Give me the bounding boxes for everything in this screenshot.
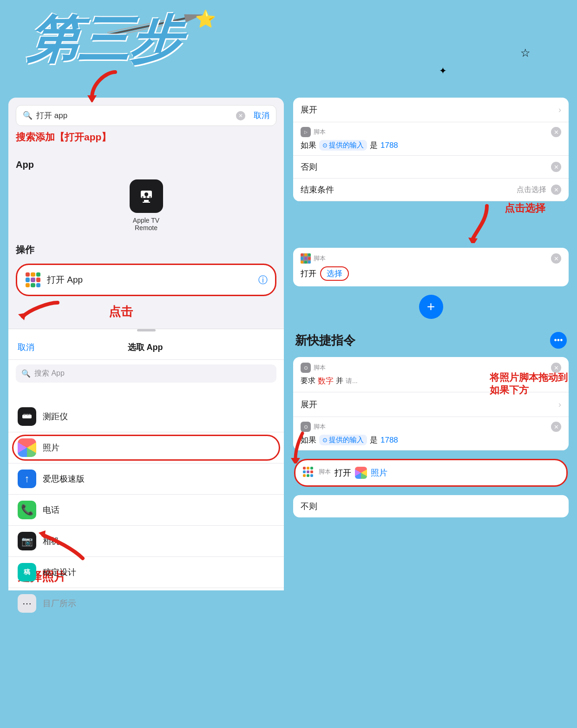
camera-icon: 📷 xyxy=(18,532,36,550)
else-label: 否则 xyxy=(301,161,317,172)
search-app-bar[interactable]: 🔍 搜索 App xyxy=(16,364,276,383)
svg-text:▷: ▷ xyxy=(304,130,308,134)
open-app-icon xyxy=(25,271,41,288)
num-badge: 数字 xyxy=(318,376,334,386)
and-text: 并 xyxy=(336,376,343,386)
photos-icon-small xyxy=(355,467,367,479)
banner-title: 第三步 xyxy=(26,14,184,65)
list-item-photos[interactable]: 照片 xyxy=(8,432,284,463)
script-label-if: 脚本 xyxy=(314,128,326,136)
provide-badge-2: ⊙ 提供的输入 xyxy=(319,435,367,445)
expand-label-2: 展开 xyxy=(301,399,317,410)
close-if-button[interactable]: ✕ xyxy=(551,127,561,137)
script-icon-if: ▷ xyxy=(301,127,311,137)
photos-script-icon xyxy=(303,467,313,477)
select-word[interactable]: 选择 xyxy=(320,266,349,281)
svg-point-9 xyxy=(142,196,144,198)
require-text: 要求 xyxy=(301,376,315,386)
click-select-annotation: 点击选择 xyxy=(517,185,546,195)
if-condition-line-2: 如果 ⊙ 提供的输入 是 1788 xyxy=(301,435,561,445)
select-app-panel: 取消 选取 App 🔍 搜索 App xyxy=(8,329,284,590)
list-item-more-label: 目厂所示 xyxy=(43,598,76,609)
list-item-more[interactable]: ⋯ 目厂所示 xyxy=(8,588,284,619)
section-app-label: App xyxy=(8,153,284,174)
expand-row[interactable]: 展开 › xyxy=(293,98,569,122)
svg-rect-16 xyxy=(27,414,28,416)
close-else-button[interactable]: ✕ xyxy=(551,162,561,172)
aisixie-icon: ↑ xyxy=(18,470,36,488)
annotation-click: 点击 xyxy=(109,304,133,320)
close-if2-button[interactable]: ✕ xyxy=(551,422,561,432)
list-item-measure-label: 测距仪 xyxy=(43,411,68,422)
photos-script-label: 脚本 xyxy=(319,468,331,476)
apple-tv-label: Apple TVRemote xyxy=(133,217,159,232)
new-shortcut-card: ⊙ 脚本 ✕ 要求 数字 并 请... 将照片脚本拖动到如果下方 展开 › xyxy=(293,357,569,450)
list-item-aisixie-label: 爱思极速版 xyxy=(43,473,85,484)
search-input[interactable]: 打开 app xyxy=(36,110,232,121)
end-row: 结束条件 点击选择 ✕ xyxy=(293,179,569,201)
list-item-phone-label: 电话 xyxy=(43,504,59,516)
val-1788-2: 1788 xyxy=(380,436,398,445)
select-cancel-button[interactable]: 取消 xyxy=(18,342,34,353)
list-item-shudingshejie[interactable]: 稿 稿定设计 xyxy=(8,557,284,588)
plus-button[interactable]: + xyxy=(419,295,443,319)
svg-rect-17 xyxy=(29,414,30,415)
input-placeholder: 请... xyxy=(346,377,358,385)
red-arrow-click xyxy=(16,298,62,321)
shudingshejie-icon: 稿 xyxy=(18,563,36,582)
list-item-aisixie[interactable]: ↑ 爱思极速版 xyxy=(8,463,284,495)
expand-chevron-2: › xyxy=(558,400,561,410)
open-select-card: 脚本 ✕ 打开 选择 xyxy=(293,248,569,286)
list-item-measure[interactable]: 测距仪 xyxy=(8,401,284,432)
close-end-button[interactable]: ✕ xyxy=(551,185,561,195)
close-open-button[interactable]: ✕ xyxy=(551,253,561,264)
star-deco-1: ⭐ xyxy=(195,9,216,29)
list-item-phone[interactable]: 📞 电话 xyxy=(8,495,284,526)
val-1788-top: 1788 xyxy=(380,141,398,150)
info-icon[interactable]: ⓘ xyxy=(258,274,268,286)
open-text: 打开 xyxy=(301,268,316,279)
search-cancel-button[interactable]: 取消 xyxy=(254,110,269,121)
if-script-row: ▷ 脚本 ✕ 如果 ⊙ 提供的输入 是 1788 xyxy=(293,122,569,156)
left-panel: 🔍 打开 app ✕ 取消 搜索添加【打开app】 App xyxy=(8,98,284,590)
svg-point-10 xyxy=(145,196,147,198)
expand-chevron: › xyxy=(558,105,561,115)
end-label: 结束条件 xyxy=(301,184,334,195)
search-icon: 🔍 xyxy=(23,111,33,120)
is-text-2: 是 xyxy=(370,435,378,445)
scroll-fade-top xyxy=(8,387,284,401)
section-ops-label: 操作 xyxy=(8,237,284,260)
expand-label: 展开 xyxy=(301,104,317,115)
script-label-if2: 脚本 xyxy=(314,423,326,431)
svg-point-8 xyxy=(144,192,148,196)
open-select-line: 打开 选择 xyxy=(301,266,561,281)
else-row: 否则 ✕ xyxy=(293,156,569,179)
open-photos-line: 打开 照片 xyxy=(334,467,387,479)
photos-name: 照片 xyxy=(371,467,387,478)
search-bar[interactable]: 🔍 打开 app ✕ 取消 xyxy=(16,105,276,126)
more-button[interactable]: ••• xyxy=(550,332,567,349)
list-item-camera[interactable]: 📷 相机 xyxy=(8,526,284,557)
top-shortcut-card: 展开 › ▷ 脚本 ✕ 如果 xyxy=(293,98,569,201)
new-shortcut-header: 新快捷指令 ••• xyxy=(293,327,569,352)
open-app-label: 打开 App xyxy=(47,274,83,286)
open-app-row: 打开 App ⓘ 点击 xyxy=(8,260,284,329)
svg-rect-7 xyxy=(143,202,150,203)
more-icon: ••• xyxy=(554,336,563,345)
photos-icon xyxy=(18,438,36,457)
script-icon-if2: ⊙ xyxy=(301,422,311,432)
svg-point-11 xyxy=(149,196,151,198)
if-text-2: 如果 xyxy=(301,435,316,445)
open-app-item[interactable]: 打开 App ⓘ xyxy=(16,264,276,296)
if-script-row-2: ⊙ 脚本 ✕ 如果 ⊙ 提供的输入 是 1788 xyxy=(293,417,569,450)
star-deco-3: ✦ xyxy=(439,65,447,76)
search-app-input[interactable]: 搜索 App xyxy=(34,369,65,378)
svg-rect-6 xyxy=(144,200,149,202)
new-shortcut-title: 新快捷指令 xyxy=(295,332,355,349)
app-list: 测距仪 照片 ↑ 爱思极速版 📞 电话 xyxy=(8,387,284,619)
bottom-else-card: 不则 xyxy=(293,495,569,517)
apple-tv-item[interactable]: Apple TVRemote xyxy=(8,174,284,237)
select-header: 取消 选取 App xyxy=(8,335,284,360)
open-photos-text: 打开 xyxy=(334,467,351,478)
search-clear-button[interactable]: ✕ xyxy=(236,111,245,120)
